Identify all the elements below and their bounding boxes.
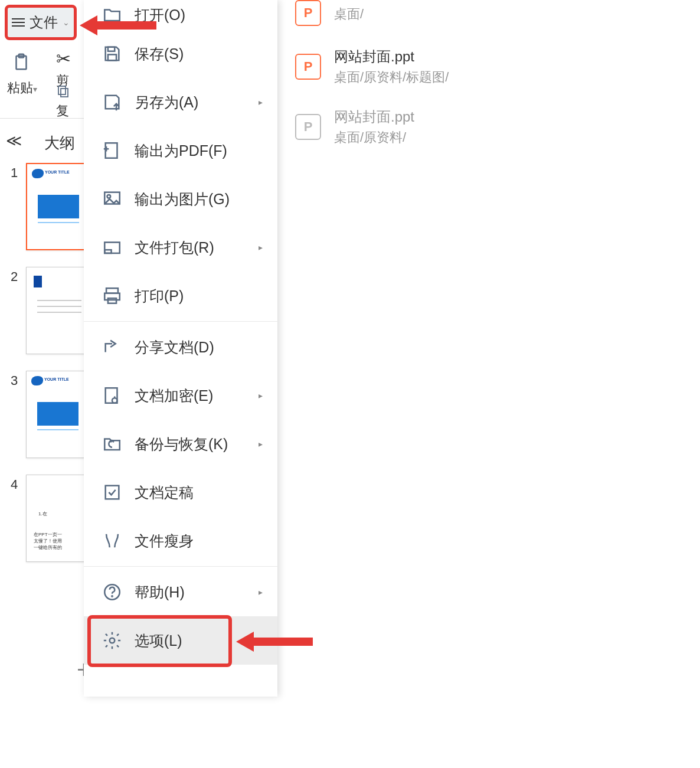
backup-icon [102,433,123,455]
menu-backup[interactable]: 备份与恢复(K) ▸ [84,420,277,468]
svg-rect-6 [106,143,117,158]
ppt-icon: P [295,0,321,26]
svg-rect-10 [104,250,111,253]
clipboard-icon [7,48,35,77]
chevron-right-icon: ▸ [259,587,263,597]
thumbnail-item[interactable]: 3 YOUR TITLE [11,371,88,458]
chevron-right-icon: ▸ [259,243,263,252]
slide-thumbnail-1[interactable]: YOUR TITLE [26,163,88,250]
slide-thumbnail-3[interactable]: YOUR TITLE [26,371,88,458]
menu-encrypt[interactable]: 文档加密(E) ▸ [84,371,277,420]
print-icon [102,285,123,306]
svg-marker-20 [80,15,156,35]
ppt-icon: P [295,54,321,80]
share-icon [102,336,123,358]
file-menu-button[interactable]: 文件 ⌄ [5,5,77,40]
svg-marker-21 [236,632,313,652]
chevron-right-icon: ▸ [259,439,263,449]
save-icon [102,43,123,64]
thumbnail-item[interactable]: 1 YOUR TITLE [11,163,88,250]
slide-sidebar: ≪ 大纲 1 YOUR TITLE 2 3 YOUR TITLE [0,118,97,767]
recent-file-item[interactable]: P 网站封面.ppt 桌面/原资料/ [277,97,700,157]
ppt-icon: P [295,114,321,140]
thumbnail-item[interactable]: 4 1.在 在PPT一页一 太慢了！使用 一键给所有的 [11,475,88,562]
svg-point-19 [110,638,115,643]
menu-export-image[interactable]: 输出为图片(G) [84,175,277,223]
svg-point-18 [112,596,112,596]
toolbar: 文件 ⌄ 粘贴▾ ✂ 剪 复 [0,0,84,115]
menu-package[interactable]: 文件打包(R) ▸ [84,223,277,272]
menu-slim[interactable]: 文件瘦身 [84,517,277,565]
pdf-icon [102,140,123,161]
svg-rect-4 [108,47,115,51]
copy-button[interactable]: 复 [56,84,84,120]
menu-export-pdf[interactable]: 输出为PDF(F) [84,126,277,175]
recent-file-item[interactable]: P 网站封面.ppt 桌面/原资料/标题图/ [277,37,700,97]
annotation-arrow-2 [236,627,319,659]
menu-help[interactable]: 帮助(H) ▸ [84,568,277,616]
file-menu: 打开(O) 保存(S) 另存为(A) ▸ 输出为PDF(F) 输出为图片(G) … [84,0,277,697]
recent-file-item[interactable]: P 桌面/ [277,0,700,37]
check-icon [102,482,123,503]
saveas-icon [102,91,123,113]
chevron-down-icon: ⌄ [63,18,70,27]
menu-saveas[interactable]: 另存为(A) ▸ [84,78,277,126]
package-icon [102,237,123,258]
svg-rect-13 [108,298,116,303]
compress-icon [102,530,123,551]
annotation-arrow-1 [80,11,162,43]
menu-print[interactable]: 打印(P) [84,272,277,320]
chevron-right-icon: ▸ [259,391,263,400]
thumbnail-list: 1 YOUR TITLE 2 3 YOUR TITLE [11,163,88,579]
svg-rect-3 [61,89,68,97]
menu-finalize[interactable]: 文档定稿 [84,468,277,517]
slide-thumbnail-2[interactable] [26,267,88,354]
slide-thumbnail-4[interactable]: 1.在 在PPT一页一 太慢了！使用 一键给所有的 [26,475,88,562]
menu-share[interactable]: 分享文档(D) [84,323,277,371]
paste-button[interactable]: 粘贴▾ [7,48,37,97]
outline-tab[interactable]: 大纲 [44,133,75,153]
svg-point-15 [112,398,117,403]
svg-rect-2 [58,86,66,94]
svg-rect-14 [106,388,117,403]
svg-rect-5 [108,54,116,60]
lock-icon [102,385,123,406]
help-icon [102,581,123,603]
svg-point-8 [107,195,111,198]
collapse-button[interactable]: ≪ [6,132,22,150]
chevron-right-icon: ▸ [259,97,263,107]
recent-files: P 桌面/ P 网站封面.ppt 桌面/原资料/标题图/ P 网站封面.ppt … [277,0,700,157]
svg-rect-16 [106,486,119,499]
thumbnail-item[interactable]: 2 [11,267,88,354]
svg-rect-9 [104,243,120,253]
file-label: 文件 [30,13,58,32]
hamburger-icon [12,18,25,27]
gear-icon [102,630,123,651]
image-icon [102,188,123,210]
